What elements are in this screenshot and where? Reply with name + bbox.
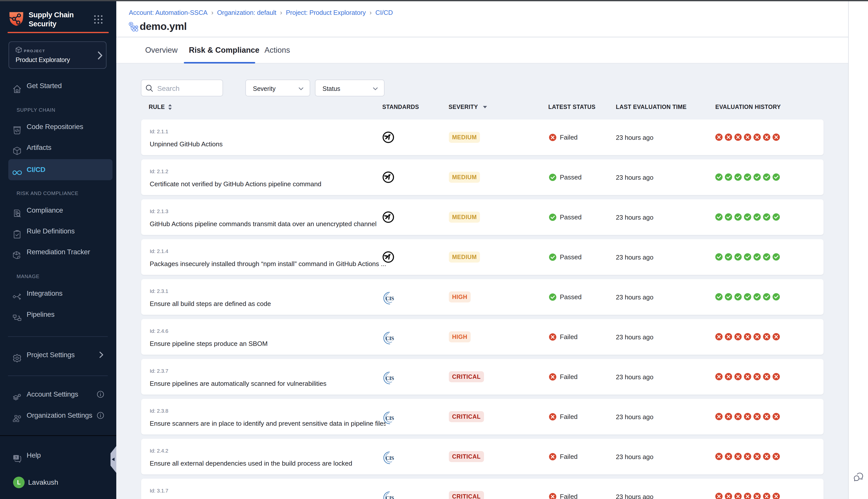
svg-text:CIS: CIS bbox=[386, 415, 394, 421]
svg-text:CIS: CIS bbox=[386, 295, 394, 302]
svg-text:CIS: CIS bbox=[386, 375, 394, 381]
svg-text:CIS: CIS bbox=[386, 495, 394, 499]
svg-text:CIS: CIS bbox=[386, 335, 394, 341]
svg-text:?: ? bbox=[15, 455, 17, 459]
svg-text:CIS: CIS bbox=[386, 455, 394, 461]
